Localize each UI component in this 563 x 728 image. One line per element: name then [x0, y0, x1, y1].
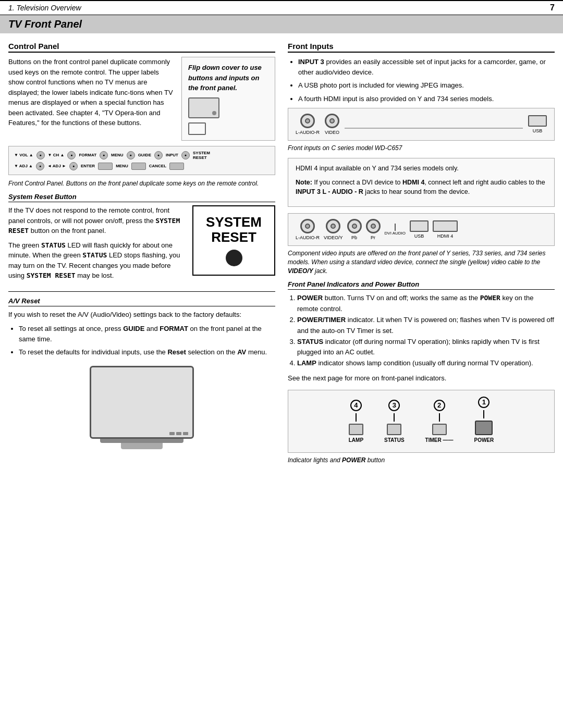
menu-label-top: MENU	[111, 153, 124, 157]
input3-bold: INPUT 3	[298, 58, 324, 66]
main-content: Control Panel Buttons on the front contr…	[0, 42, 563, 470]
block-2	[432, 424, 447, 435]
system-reset-box-title: SYSTEMRESET	[206, 215, 262, 244]
control-panel-heading: Control Panel	[8, 42, 275, 53]
indicator-2: 2 TIMER ——	[425, 400, 454, 443]
hdmi4-bold: HDMI 4	[402, 179, 424, 186]
system-reset-label-top: SYSTEMRESET	[193, 151, 210, 160]
indicator-caption: Indicator lights and POWER button	[288, 456, 555, 465]
indicator-item3: STATUS indicator (off during normal TV o…	[297, 337, 555, 359]
indicator-item1: POWER button. Turns TV on and off; works…	[297, 293, 555, 315]
num-1: 1	[478, 397, 489, 408]
video-y-inner	[331, 224, 336, 229]
lamp-indicator-label: LAMP	[349, 437, 363, 443]
tv-btn1	[169, 432, 175, 435]
num-2: 2	[434, 400, 445, 411]
indicator-4: 4 LAMP	[349, 400, 363, 443]
status-indicator-label: STATUS	[384, 437, 405, 443]
timer-indicator-label: TIMER ——	[425, 437, 454, 443]
pr-circle	[366, 219, 381, 233]
vol-btn: ●	[36, 151, 45, 159]
system-reset-p2: The green STATUS LED will flash quickly …	[8, 240, 184, 281]
bar-2	[439, 413, 440, 422]
bar-4	[356, 413, 357, 422]
video-y-label: VIDEO/Y	[324, 235, 343, 240]
video-y-connector: VIDEO/Y	[324, 219, 343, 240]
system-reset-text: If the TV does not respond to the remote…	[8, 205, 184, 285]
pb-label: Pb	[351, 235, 357, 240]
tv-screen	[90, 366, 194, 439]
tv-btn3	[183, 432, 188, 435]
diagram2-caption: Component video inputs are offered on th…	[288, 249, 555, 275]
ch-btn: ●	[67, 151, 76, 159]
pr-label: Pr	[371, 235, 375, 240]
indicator-1: 1 POWER	[474, 397, 494, 443]
dvi-audio-label: DVI AUDIO	[385, 231, 406, 236]
status-bold3: STATUS	[297, 338, 323, 346]
note-label: Note:	[296, 179, 312, 186]
tv-stand	[121, 443, 163, 449]
right-column: Front Inputs INPUT 3 provides an easily …	[288, 42, 555, 470]
enter-btn	[98, 163, 113, 170]
bar-1	[483, 410, 484, 418]
format-btn: ●	[100, 151, 108, 159]
pr-inner	[371, 224, 376, 229]
l-audio-circle2	[300, 219, 315, 233]
video-connector: VIDEO	[325, 114, 339, 135]
indicator-number-row: 4 LAMP 3 STATUS 2 TIMER ——	[299, 397, 544, 443]
usb-label2: USB	[414, 233, 424, 239]
control-panel-area: Buttons on the front control panel dupli…	[8, 57, 275, 141]
vol-label: ▼ VOL ▲	[14, 153, 33, 157]
adj-btn2: ●	[69, 162, 78, 170]
block-3	[387, 424, 401, 435]
av-bold: AV	[237, 348, 246, 356]
input-btn: ●	[181, 151, 190, 159]
video-inner	[329, 118, 335, 124]
l-audio-r-connector2: L-AUDIO-R	[296, 219, 320, 240]
l-audio-inner2	[305, 224, 310, 229]
cancel-btn	[169, 163, 184, 170]
adj-label2: ◄ ADJ ►	[47, 164, 66, 168]
front-inputs-diagram1: L-AUDIO-R VIDEO USB	[288, 108, 555, 141]
menu-btn-top: ●	[127, 151, 135, 159]
l-audio-inner	[305, 118, 310, 124]
num-4: 4	[350, 400, 362, 411]
block-4	[349, 424, 363, 435]
block-power	[475, 421, 493, 435]
pb-connector: Pb	[347, 219, 362, 240]
indicators-heading: Front Panel Indicators and Power Button	[288, 280, 555, 290]
tv-base	[100, 439, 183, 443]
system-reset-circle	[226, 250, 242, 266]
tv-btn2	[176, 432, 181, 435]
video-circle	[325, 114, 339, 128]
reset-bold: Reset	[167, 348, 186, 356]
guide-bold: GUIDE	[123, 325, 144, 332]
indicator-3: 3 STATUS	[384, 400, 405, 443]
video-label: VIDEO	[325, 130, 339, 135]
power-indicator-label: POWER	[474, 437, 494, 443]
panel-top-row: ▼ VOL ▲ ● ▼ CH ▲ ● FORMAT ● MENU ● GUIDE…	[14, 151, 270, 160]
control-panel-text: Buttons on the front control panel dupli…	[8, 57, 175, 128]
system-reset-p1: If the TV does not respond to the remote…	[8, 205, 184, 236]
hdmi4-connector: HDMI 4	[433, 220, 458, 239]
header-title: 1. Television Overview	[8, 4, 81, 12]
system-reset-bold2: SYSTEM RESET	[27, 272, 76, 279]
front-inputs-item2: A USB photo port is included for viewing…	[298, 80, 555, 91]
av-reset-intro: If you wish to reset the A/V (Audio/Vide…	[8, 310, 275, 320]
power-timer-bold: POWER/TIMER	[297, 316, 346, 324]
usb-rect2	[410, 220, 429, 232]
video-y-circle	[326, 219, 340, 233]
flip-cover-text: Flip down cover to use buttons and input…	[188, 64, 262, 92]
note-box: HDMI 4 input available on Y and 734 seri…	[288, 158, 555, 207]
usb-connector1: USB	[528, 115, 547, 133]
panel-caption: Front Control Panel. Buttons on the fron…	[8, 179, 275, 188]
bar-3	[394, 413, 395, 422]
front-inputs-item1: INPUT 3 provides an easily accessible se…	[298, 57, 555, 77]
page-number: 7	[550, 3, 555, 13]
power-bold1: POWER	[297, 294, 323, 302]
front-inputs-item3: A fourth HDMI input is also provided on …	[298, 94, 555, 104]
system-reset-area: If the TV does not respond to the remote…	[8, 205, 275, 285]
l-audio-r-connector: L-AUDIO-R	[296, 114, 320, 135]
av-reset-divider	[8, 291, 275, 292]
menu-label-bot: MENU	[116, 164, 128, 168]
